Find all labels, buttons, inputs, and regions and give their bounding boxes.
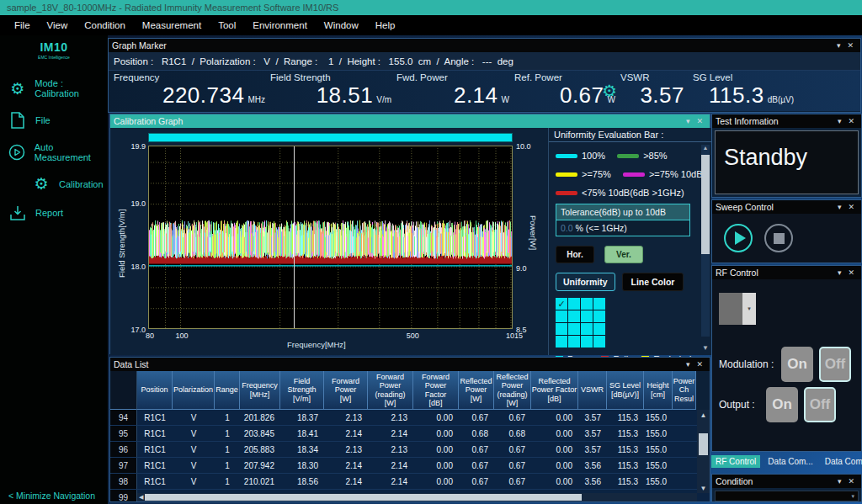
menu-item-condition[interactable]: Condition [77, 18, 133, 33]
uniformity-grid-cell[interactable] [556, 336, 567, 347]
data-table-vertical-scrollbar[interactable]: ▲ ▼ [697, 410, 710, 493]
chart-plot-area[interactable] [148, 146, 513, 329]
collapse-icon[interactable]: ▾ [683, 360, 694, 369]
uniformity-grid-cell[interactable] [581, 310, 593, 322]
condition-dropdown[interactable]: ▾ [715, 491, 859, 501]
menu-item-tool[interactable]: Tool [210, 18, 243, 33]
uniformity-grid-cell[interactable] [593, 323, 605, 335]
column-header[interactable]: Frequency [MHz] [240, 371, 280, 410]
sweep-start-button[interactable] [724, 224, 753, 252]
uniformity-grid-cell[interactable] [581, 336, 593, 347]
column-header[interactable]: Reflected Power [W] [459, 371, 494, 410]
test-information-header[interactable]: Test Information ▾ ✕ [712, 114, 861, 128]
graph-marker-header[interactable]: Graph Marker ▾ ✕ [109, 39, 860, 52]
tab-uniformity[interactable]: Uniformity [556, 273, 615, 291]
column-header[interactable]: Polarization [173, 371, 215, 410]
dropdown-arrow-icon[interactable]: ▾ [742, 293, 756, 325]
uniformity-grid-cell[interactable]: ✓ [556, 298, 567, 310]
column-header[interactable]: VSWR [578, 371, 607, 410]
scroll-up-icon[interactable]: ▲ [697, 411, 710, 419]
vertical-scrollbar-thumb[interactable] [699, 433, 708, 455]
rf-source-dropdown[interactable]: ▾ [719, 293, 756, 325]
titlebar[interactable]: sample_18V_80-1000MHz - Radiated Immunit… [0, 0, 862, 15]
sidebar-item-mode-calibration[interactable]: ⚙Mode : Calibration [0, 72, 108, 105]
table-row[interactable]: 98R1C1V1210.02118.562.142.140.000.670.67… [110, 474, 710, 490]
column-header[interactable]: SG Level [dB(µV)] [607, 371, 644, 410]
column-header[interactable]: Power Ch Resul [673, 371, 696, 410]
calibration-graph-header[interactable]: Calibration Graph ▾ ✕ [110, 114, 710, 128]
horizontal-scrollbar-thumb[interactable] [145, 494, 582, 501]
uniformity-grid-cell[interactable] [568, 336, 580, 347]
uniformity-grid-cell[interactable] [593, 336, 605, 347]
close-icon[interactable]: ✕ [844, 203, 858, 211]
table-row[interactable]: 96R1C1V1205.88318.342.132.130.000.670.67… [110, 442, 710, 458]
column-header[interactable] [110, 371, 137, 410]
column-header[interactable]: Forward Power [W] [324, 371, 368, 410]
column-header[interactable]: Reflected Power (reading) [W] [494, 371, 531, 410]
dock-tab-data-com-[interactable]: Data Com... [764, 455, 817, 468]
menu-item-view[interactable]: View [40, 18, 76, 33]
table-row[interactable]: 95R1C1V1203.84518.412.142.140.000.680.68… [110, 426, 710, 442]
dock-tab-data-com-[interactable]: Data Com... [821, 455, 862, 468]
tab-line-color[interactable]: Line Color [622, 273, 684, 291]
scroll-down-icon[interactable]: ▼ [697, 485, 710, 492]
minimize-navigation-button[interactable]: < Minimize Navigation [8, 491, 95, 501]
horizontal-button[interactable]: Hor. [556, 246, 594, 263]
scroll-left-icon[interactable]: ◀ [137, 494, 145, 501]
column-header[interactable]: Position [137, 371, 173, 410]
output-off-button[interactable]: Off [804, 387, 836, 422]
column-header[interactable]: Field Strength [V/m] [280, 371, 324, 410]
menu-item-measurement[interactable]: Measurement [135, 18, 209, 33]
uniformity-grid-cell[interactable] [568, 323, 580, 335]
close-icon[interactable]: ✕ [693, 360, 706, 369]
scroll-up-icon[interactable]: ▲ [701, 145, 710, 151]
sidebar-item-calibration[interactable]: ⚙Calibration [0, 169, 108, 199]
modulation-on-button[interactable]: On [781, 347, 813, 382]
close-icon[interactable]: ✕ [844, 477, 858, 485]
uniformity-grid-cell[interactable] [593, 298, 605, 310]
sweep-control-header[interactable]: Sweep Control ▾ ✕ [712, 200, 861, 214]
collapse-icon[interactable]: ▾ [834, 117, 845, 125]
uniformity-grid-cell[interactable] [568, 298, 580, 310]
menu-item-help[interactable]: Help [368, 18, 403, 33]
dock-tab-rf-control[interactable]: RF Control [711, 455, 760, 468]
collapse-icon[interactable]: ▾ [833, 41, 844, 50]
close-icon[interactable]: ✕ [693, 117, 706, 125]
data-table-horizontal-scrollbar[interactable]: ◀ [137, 493, 697, 501]
output-on-button[interactable]: On [766, 387, 798, 422]
uniformity-grid-cell[interactable] [593, 310, 605, 322]
collapse-icon[interactable]: ▾ [834, 477, 845, 485]
column-header[interactable]: Reflected Power Factor [dB] [531, 371, 578, 410]
collapse-icon[interactable]: ▾ [834, 268, 845, 277]
collapse-icon[interactable]: ▾ [834, 203, 845, 211]
uniformity-grid-cell[interactable] [581, 298, 593, 310]
column-header[interactable]: Height [cm] [644, 371, 673, 410]
rf-control-header[interactable]: RF Control ▾ ✕ [712, 266, 861, 279]
scroll-down-icon[interactable]: ▼ [702, 344, 709, 352]
data-list-header[interactable]: Data List ▾ ✕ [110, 358, 710, 371]
sweep-stop-button[interactable] [764, 224, 793, 252]
uniformity-grid-cell[interactable] [581, 323, 593, 335]
column-header[interactable]: Forward Power Factor [dB] [413, 371, 459, 410]
vertical-button[interactable]: Ver. [604, 246, 643, 263]
collapse-icon[interactable]: ▾ [683, 117, 694, 125]
table-row[interactable]: 94R1C1V1201.82618.372.132.130.000.670.67… [110, 410, 710, 426]
column-header[interactable]: Forward Power (reading) [W] [368, 371, 413, 410]
menu-item-window[interactable]: Window [317, 18, 366, 33]
close-icon[interactable]: ✕ [844, 268, 858, 277]
uniformity-grid-cell[interactable] [568, 310, 580, 322]
uniformity-scrollbar-thumb[interactable] [701, 155, 710, 254]
menu-item-environment[interactable]: Environment [245, 18, 315, 33]
table-row[interactable]: 97R1C1V1207.94218.302.142.140.000.670.67… [110, 458, 710, 474]
uniformity-grid-cell[interactable] [556, 323, 567, 335]
sidebar-item-auto-measurement[interactable]: Auto Measurement [0, 135, 108, 169]
menu-item-file[interactable]: File [7, 18, 38, 33]
settings-gear-icon[interactable]: ⚙ [602, 81, 617, 101]
close-icon[interactable]: ✕ [843, 41, 857, 50]
sidebar-item-file[interactable]: File [0, 105, 108, 135]
uniformity-grid-cell[interactable] [556, 310, 567, 322]
sidebar-item-report[interactable]: Report [0, 199, 108, 227]
column-header[interactable]: Range [215, 371, 240, 410]
modulation-off-button[interactable]: Off [819, 347, 851, 382]
condition-header[interactable]: Condition ▾ ✕ [712, 475, 861, 488]
